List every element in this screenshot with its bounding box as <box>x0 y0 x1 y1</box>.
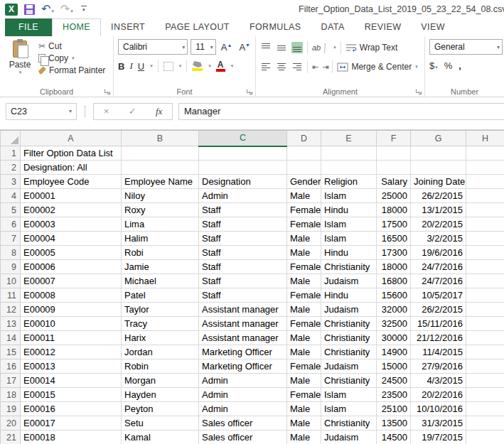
redo-button[interactable]: ↷▾ <box>60 3 73 16</box>
cell-G11[interactable]: 10/5/2017 <box>411 288 466 303</box>
orientation-button[interactable]: ab／ <box>312 43 328 53</box>
excel-logo-icon[interactable]: X <box>5 4 18 16</box>
col-header-A[interactable]: A <box>21 131 122 146</box>
align-right-button[interactable] <box>291 62 303 72</box>
cell-C9[interactable]: Staff <box>199 260 287 274</box>
font-dialog-launcher-icon[interactable] <box>246 88 253 95</box>
cell-H9[interactable] <box>466 260 504 274</box>
cell-H6[interactable] <box>466 217 504 232</box>
copy-dropdown-icon[interactable]: ▾ <box>72 55 75 61</box>
cell-D15[interactable]: Male <box>287 345 321 359</box>
cell-D16[interactable]: Female <box>287 359 321 374</box>
cell-A4[interactable]: E00001 <box>21 189 122 203</box>
row-header-16[interactable]: 16 <box>1 359 21 374</box>
percent-style-button[interactable]: % <box>444 60 453 71</box>
cell-B2[interactable] <box>122 161 199 175</box>
cell-A7[interactable]: E00004 <box>21 232 122 246</box>
merge-center-dropdown-icon[interactable]: ▾ <box>415 64 418 70</box>
cell-A3[interactable]: Employee Code <box>21 175 122 189</box>
middle-align-button[interactable] <box>276 42 287 53</box>
comma-style-button[interactable]: , <box>459 60 461 71</box>
cell-B20[interactable]: Setu <box>122 416 199 431</box>
cell-B18[interactable]: Hayden <box>122 388 199 402</box>
italic-button[interactable]: I <box>129 60 132 72</box>
col-header-B[interactable]: B <box>122 131 199 146</box>
cell-E10[interactable]: Judaism <box>321 274 377 288</box>
cell-H14[interactable] <box>466 331 504 345</box>
cell-D20[interactable]: Male <box>287 416 321 431</box>
cell-B15[interactable]: Jordan <box>122 345 199 359</box>
row-header-4[interactable]: 4 <box>1 189 21 203</box>
underline-dropdown-icon[interactable]: ▾ <box>150 63 153 69</box>
increase-indent-button[interactable]: ⇥ <box>322 63 328 72</box>
cell-H4[interactable] <box>466 189 504 203</box>
cell-C10[interactable]: Staff <box>199 274 287 288</box>
cell-G12[interactable]: 26/2/2015 <box>411 303 466 317</box>
cell-E7[interactable]: Islam <box>321 232 377 246</box>
cell-C6[interactable]: Staff <box>199 217 287 232</box>
row-header-21[interactable]: 21 <box>1 431 21 444</box>
tab-data[interactable]: DATA <box>311 18 355 36</box>
cell-E21[interactable]: Judaism <box>321 431 377 444</box>
font-size-dropdown-icon[interactable]: ▾ <box>210 44 213 50</box>
cell-F13[interactable]: 32500 <box>377 317 411 331</box>
font-name-combo[interactable]: Calibri▾ <box>118 39 188 55</box>
row-header-8[interactable]: 8 <box>1 246 21 260</box>
cell-F9[interactable]: 18000 <box>377 260 411 274</box>
increase-font-size-button[interactable]: A▲ <box>219 42 235 53</box>
cell-H2[interactable] <box>466 161 504 175</box>
tab-formulas[interactable]: FORMULAS <box>240 18 311 36</box>
row-header-7[interactable]: 7 <box>1 232 21 246</box>
cell-A19[interactable]: E00016 <box>21 402 122 416</box>
cell-C17[interactable]: Admin <box>199 374 287 388</box>
bold-button[interactable]: B <box>118 61 124 72</box>
alignment-dialog-launcher-icon[interactable] <box>415 88 422 95</box>
cell-F16[interactable]: 15000 <box>377 359 411 374</box>
cell-H18[interactable] <box>466 388 504 402</box>
row-header-14[interactable]: 14 <box>1 331 21 345</box>
row-header-3[interactable]: 3 <box>1 175 21 189</box>
copy-button[interactable]: Copy ▾ <box>38 53 105 63</box>
cell-H7[interactable] <box>466 232 504 246</box>
cell-G5[interactable]: 13/1/2015 <box>411 203 466 217</box>
cell-A14[interactable]: E00011 <box>21 331 122 345</box>
cell-F21[interactable]: 14500 <box>377 431 411 444</box>
tab-insert[interactable]: INSERT <box>101 18 155 36</box>
font-color-button[interactable]: A <box>216 61 225 72</box>
cell-B21[interactable]: Kamal <box>122 431 199 444</box>
cell-C19[interactable]: Admin <box>199 402 287 416</box>
cell-B19[interactable]: Peyton <box>122 402 199 416</box>
customize-qat-icon[interactable]: ▾ <box>81 6 87 13</box>
font-size-combo[interactable]: 11▾ <box>191 39 215 55</box>
cell-F11[interactable]: 15600 <box>377 288 411 303</box>
undo-dropdown-icon[interactable]: ▾ <box>51 9 54 13</box>
row-header-17[interactable]: 17 <box>1 374 21 388</box>
cell-G10[interactable]: 24/7/2016 <box>411 274 466 288</box>
cell-E20[interactable]: Christianity <box>321 416 377 431</box>
cell-G1[interactable] <box>411 146 466 161</box>
cut-button[interactable]: ✂ Cut <box>38 41 105 51</box>
accounting-format-button[interactable]: $▾ <box>429 60 438 71</box>
cell-G18[interactable]: 20/2/2016 <box>411 388 466 402</box>
cell-C5[interactable]: Staff <box>199 203 287 217</box>
select-all-corner[interactable] <box>1 131 21 146</box>
cell-H3[interactable] <box>466 175 504 189</box>
cell-A13[interactable]: E00010 <box>21 317 122 331</box>
cell-A20[interactable]: E00017 <box>21 416 122 431</box>
tab-review[interactable]: REVIEW <box>355 18 412 36</box>
tab-page-layout[interactable]: PAGE LAYOUT <box>155 18 240 36</box>
cell-G2[interactable] <box>411 161 466 175</box>
cell-A11[interactable]: E00008 <box>21 288 122 303</box>
cell-B17[interactable]: Morgan <box>122 374 199 388</box>
number-format-dropdown-icon[interactable]: ▾ <box>497 44 500 50</box>
cell-H17[interactable] <box>466 374 504 388</box>
cell-D7[interactable]: Male <box>287 232 321 246</box>
name-box[interactable]: C23 ▾ <box>6 103 77 120</box>
fill-color-button[interactable] <box>192 61 203 71</box>
row-header-6[interactable]: 6 <box>1 217 21 232</box>
cell-B12[interactable]: Taylor <box>122 303 199 317</box>
cell-C3[interactable]: Designation <box>199 175 287 189</box>
cell-A21[interactable]: E00018 <box>21 431 122 444</box>
col-header-D[interactable]: D <box>287 131 321 146</box>
cell-B14[interactable]: Harix <box>122 331 199 345</box>
